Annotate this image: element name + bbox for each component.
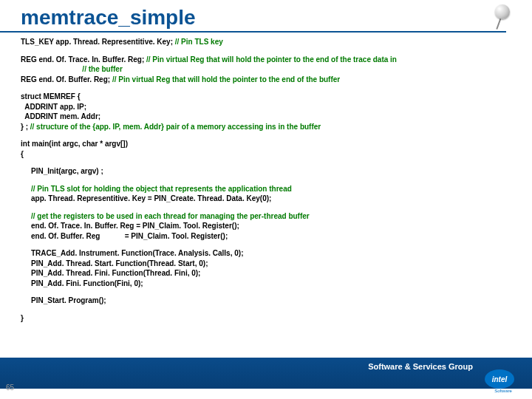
code-line: PIN_Start. Program(); — [21, 296, 511, 306]
code-line: // get the registers to be used in each … — [21, 211, 511, 242]
slide-number: 65 — [6, 383, 14, 392]
intel-logo: intel Software — [485, 369, 522, 395]
code-struct: struct MEMREF { ADDRINT app. IP; ADDRINT… — [21, 92, 511, 132]
footer-bar: Software & Services Group 65 intel Softw… — [0, 358, 532, 399]
code-main: int main(int argc, char * argv[]) { — [21, 139, 511, 159]
pushpin-icon — [489, 4, 516, 31]
slide-title: memtrace_simple — [0, 0, 506, 33]
code-line: REG end. Of. Trace. In. Buffer. Reg; // … — [21, 55, 511, 85]
code-line: TRACE_Add. Instrument. Function(Trace. A… — [21, 248, 511, 288]
code-line: PIN_Init(argc, argv) ; — [21, 166, 511, 177]
code-content: TLS_KEY app. Thread. Representitive. Key… — [0, 37, 532, 323]
code-line: } — [21, 313, 511, 324]
code-line: TLS_KEY app. Thread. Representitive. Key… — [21, 37, 511, 47]
footer-label: Software & Services Group — [368, 362, 473, 371]
code-line: // Pin TLS slot for holding the object t… — [21, 184, 511, 204]
